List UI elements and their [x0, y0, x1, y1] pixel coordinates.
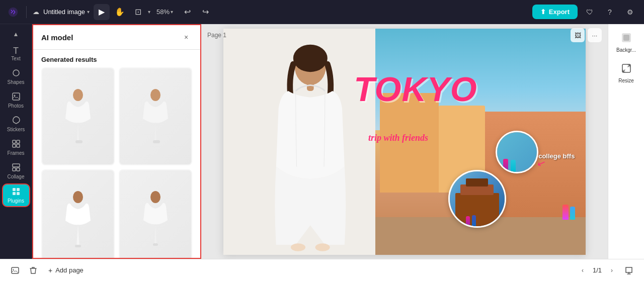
- canvas-more-button[interactable]: ···: [588, 28, 602, 42]
- cloud-icon: ☁: [33, 8, 39, 16]
- svg-rect-7: [13, 164, 20, 167]
- circle-photo-2: [496, 131, 538, 173]
- svg-rect-15: [75, 140, 83, 143]
- sidebar-scroll-up[interactable]: ▲: [8, 28, 24, 40]
- sidebar-item-frames[interactable]: Frames: [2, 136, 30, 159]
- svg-point-18: [73, 191, 83, 203]
- page-navigation: ‹ 1/1 ›: [577, 264, 618, 276]
- generated-result-3[interactable]: [41, 169, 115, 259]
- svg-rect-11: [17, 188, 20, 191]
- background-label: Backgr...: [616, 47, 636, 53]
- ai-panel-header: AI model ×: [33, 25, 200, 50]
- canvas-top-bar: Page 1 🖼 ···: [207, 28, 602, 42]
- ai-panel-title: AI model: [41, 33, 73, 42]
- svg-point-0: [13, 70, 19, 76]
- page-thumbnail-button[interactable]: [8, 263, 22, 277]
- page-label: Page 1: [207, 32, 226, 39]
- svg-rect-1: [13, 93, 20, 100]
- svg-rect-6: [17, 144, 20, 147]
- undo-button[interactable]: ↩: [179, 4, 195, 20]
- svg-rect-19: [75, 245, 81, 247]
- sidebar-item-shapes[interactable]: Shapes: [2, 65, 30, 88]
- svg-point-24: [293, 45, 328, 72]
- help-icon-button[interactable]: ?: [602, 4, 618, 20]
- select-tool-button[interactable]: ▶: [94, 4, 110, 20]
- resize-label: Resize: [618, 78, 634, 83]
- svg-point-26: [291, 243, 305, 251]
- frames-icon: [12, 139, 21, 150]
- frame-tool-button[interactable]: ⊡: [130, 4, 146, 20]
- svg-point-27: [315, 243, 330, 251]
- zoom-control[interactable]: 58% ▾: [152, 6, 177, 18]
- title-chevron-icon: ▾: [87, 9, 90, 15]
- svg-rect-21: [153, 243, 158, 246]
- cloud-save-button[interactable]: ☁: [33, 8, 39, 16]
- export-button[interactable]: ⬆ Export: [532, 5, 578, 19]
- export-icon: ⬆: [540, 8, 546, 16]
- sidebar-item-text[interactable]: T Text: [2, 43, 30, 64]
- app-container: ☁ Untitled image ▾ ▶ ✋ ⊡ ▾ 58% ▾ ↩ ↪ ⬆ E…: [0, 0, 644, 281]
- app-logo[interactable]: [6, 5, 20, 19]
- svg-rect-3: [13, 140, 16, 143]
- topbar-tools: ▶ ✋ ⊡ ▾ 58% ▾ ↩ ↪: [94, 4, 213, 20]
- generated-results-title: Generated results: [33, 50, 200, 67]
- shapes-icon: [12, 68, 21, 79]
- photos-icon: [12, 92, 21, 103]
- svg-rect-29: [623, 35, 629, 41]
- resize-tool[interactable]: Resize: [610, 59, 642, 87]
- generated-result-4[interactable]: [119, 169, 192, 259]
- zoom-level: 58%: [156, 8, 170, 16]
- svg-rect-17: [153, 140, 160, 143]
- svg-rect-8: [13, 168, 16, 171]
- settings-icon-button[interactable]: ⚙: [622, 4, 638, 20]
- trip-text: trip with friends: [368, 133, 428, 143]
- canvas-page[interactable]: TOKYO trip with friends: [223, 29, 586, 255]
- main-area: ▲ T Text Shapes: [0, 24, 644, 259]
- sidebar-item-photos[interactable]: Photos: [2, 89, 30, 112]
- canvas-content: TOKYO trip with friends: [201, 24, 608, 259]
- svg-rect-13: [17, 192, 20, 195]
- sidebar-icons: ▲ T Text Shapes: [0, 24, 32, 259]
- ai-model-panel: AI model × Generated results: [32, 24, 201, 259]
- stickers-icon: [12, 116, 21, 126]
- generated-result-1[interactable]: [41, 67, 115, 165]
- generated-results-grid: [33, 67, 200, 259]
- generated-result-2[interactable]: [119, 67, 192, 165]
- next-page-button[interactable]: ›: [606, 264, 618, 276]
- hand-tool-button[interactable]: ✋: [112, 4, 128, 20]
- sidebar-item-stickers[interactable]: Stickers: [2, 113, 30, 135]
- svg-point-32: [13, 269, 14, 270]
- canvas-area: Page 1 🖼 ···: [201, 24, 608, 259]
- document-title-area[interactable]: Untitled image ▾: [43, 8, 90, 16]
- text-icon: T: [13, 46, 19, 55]
- close-icon: ×: [184, 33, 188, 41]
- sidebar-item-plugins[interactable]: Plugins: [2, 183, 30, 207]
- right-panel: Backgr... Resize: [608, 24, 644, 259]
- redo-button[interactable]: ↪: [197, 4, 213, 20]
- collage-icon: [12, 163, 21, 173]
- ai-panel-close-button[interactable]: ×: [180, 31, 192, 43]
- background-icon: [621, 32, 632, 46]
- topbar-actions: ⬆ Export 🛡 ? ⚙: [532, 4, 638, 20]
- export-label: Export: [549, 8, 570, 16]
- topbar-divider: [26, 6, 27, 18]
- canvas-image-icon-button[interactable]: 🖼: [571, 28, 585, 42]
- svg-point-2: [14, 95, 15, 97]
- background-tool[interactable]: Backgr...: [610, 28, 642, 57]
- page-count: 1/1: [593, 266, 602, 274]
- svg-rect-9: [17, 168, 20, 171]
- shield-icon-button[interactable]: 🛡: [582, 4, 598, 20]
- svg-point-16: [150, 89, 160, 101]
- sidebar-item-collage[interactable]: Collage: [2, 160, 30, 182]
- plugins-icon: [12, 187, 21, 198]
- prev-page-button[interactable]: ‹: [577, 264, 589, 276]
- add-page-label: Add page: [55, 266, 84, 274]
- resize-icon: [621, 63, 632, 76]
- frame-chevron-icon: ▾: [148, 9, 150, 15]
- add-page-button[interactable]: + Add page: [44, 264, 88, 276]
- canvas-top-right: 🖼 ···: [571, 28, 602, 42]
- svg-rect-4: [17, 140, 20, 143]
- tokyo-text: TOKYO: [354, 69, 477, 109]
- present-button[interactable]: [622, 263, 636, 277]
- delete-page-button[interactable]: [26, 263, 40, 277]
